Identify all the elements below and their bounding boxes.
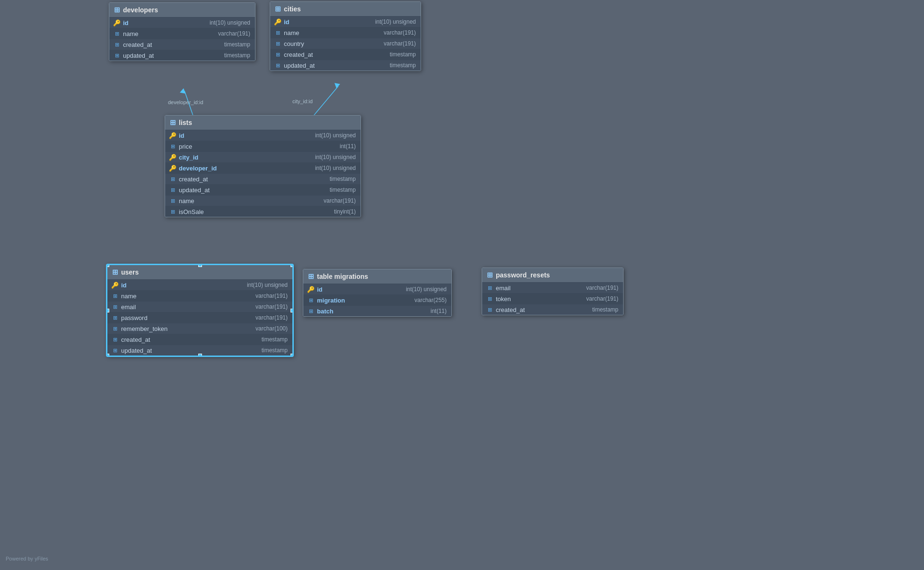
table-icon-migrations: ⊞	[308, 272, 314, 281]
table-row: ⊞ remember_token varchar(100)	[107, 323, 292, 334]
table-name-password-resets: password_resets	[496, 271, 550, 279]
table-name-developers: developers	[123, 6, 158, 14]
grid-icon: ⊞	[115, 53, 119, 59]
field-name: created_at	[179, 176, 208, 183]
grid-icon: ⊞	[309, 297, 313, 303]
field-name: isOnSale	[179, 208, 204, 215]
grid-icon: ⊞	[113, 337, 117, 343]
grid-icon: ⊞	[276, 41, 280, 47]
table-password-resets[interactable]: ⊞ password_resets ⊞ email varchar(191) ⊞…	[482, 267, 624, 315]
table-icon-password-resets: ⊞	[487, 271, 493, 279]
table-row: ⊞ created_at timestamp	[270, 49, 421, 60]
key-icon: 🔑	[169, 132, 176, 139]
field-name: batch	[317, 308, 334, 315]
field-type: timestamp	[330, 187, 356, 193]
table-row: ⊞ isOnSale tinyint(1)	[165, 206, 361, 217]
table-row: ⊞ updated_at timestamp	[165, 184, 361, 195]
field-name: created_at	[123, 41, 152, 48]
table-row: ⊞ token varchar(191)	[482, 293, 623, 304]
table-row: ⊞ created_at timestamp	[109, 39, 255, 50]
table-row: ⊞ migration varchar(255)	[303, 294, 451, 305]
powered-by: Powered by yFiles	[6, 556, 48, 561]
grid-icon: ⊞	[488, 285, 492, 291]
field-type: varchar(191)	[324, 197, 356, 204]
table-cities[interactable]: ⊞ cities 🔑 id int(10) unsigned ⊞ name va…	[270, 1, 421, 71]
key-icon: 🔑	[307, 286, 315, 293]
field-name: updated_at	[284, 62, 315, 69]
table-name-migrations: table migrations	[317, 273, 368, 280]
grid-icon: ⊞	[276, 62, 280, 69]
handle-tm	[198, 264, 202, 267]
field-name: name	[121, 293, 137, 300]
table-icon-cities: ⊞	[275, 5, 281, 13]
table-icon-users: ⊞	[112, 268, 118, 276]
table-row: 🔑 id int(10) unsigned	[303, 284, 451, 294]
handle-bl	[106, 354, 109, 356]
field-name: created_at	[496, 306, 525, 313]
table-row: ⊞ created_at timestamp	[482, 304, 623, 315]
table-icon-developers: ⊞	[114, 6, 120, 14]
field-name: price	[179, 143, 192, 150]
table-row: ⊞ batch int(11)	[303, 305, 451, 316]
grid-icon: ⊞	[113, 315, 117, 321]
table-row: ⊞ name varchar(191)	[109, 28, 255, 39]
table-row: 🔑 developer_id int(10) unsigned	[165, 162, 361, 173]
grid-icon: ⊞	[171, 143, 175, 150]
grid-icon: ⊞	[113, 347, 117, 354]
field-name: created_at	[284, 51, 313, 58]
field-name: developer_id	[179, 165, 217, 172]
field-name: email	[121, 303, 136, 311]
table-row: ⊞ updated_at timestamp	[109, 50, 255, 61]
table-row: ⊞ price int(11)	[165, 141, 361, 151]
table-row: ⊞ updated_at timestamp	[270, 60, 421, 71]
grid-icon: ⊞	[488, 296, 492, 302]
field-type: int(10) unsigned	[315, 165, 356, 171]
table-row: 🔑 city_id int(10) unsigned	[165, 151, 361, 162]
table-users[interactable]: ⊞ users 🔑 id int(10) unsigned ⊞ name var…	[106, 264, 293, 356]
table-developers[interactable]: ⊞ developers 🔑 id int(10) unsigned ⊞ nam…	[109, 2, 255, 61]
key-icon: 🔑	[113, 19, 121, 27]
table-header-migrations: ⊞ table migrations	[303, 269, 451, 284]
field-type: varchar(191)	[384, 40, 416, 47]
field-type: varchar(191)	[586, 295, 618, 302]
handle-bm	[198, 354, 202, 356]
grid-icon: ⊞	[113, 293, 117, 299]
field-type: int(11)	[431, 308, 447, 314]
field-name: token	[496, 295, 511, 303]
field-type: timestamp	[262, 347, 288, 354]
field-type: varchar(191)	[384, 29, 416, 36]
handle-tl	[106, 264, 109, 267]
field-type: timestamp	[390, 62, 416, 69]
field-name: created_at	[121, 336, 150, 343]
key-icon: 🔑	[169, 165, 176, 172]
table-name-users: users	[121, 268, 139, 276]
field-name: name	[284, 29, 299, 36]
grid-icon: ⊞	[171, 187, 175, 193]
handle-ml	[106, 309, 109, 312]
handle-mr	[290, 309, 293, 312]
table-row: ⊞ country varchar(191)	[270, 38, 421, 49]
grid-icon: ⊞	[276, 30, 280, 36]
arrow-label-developer: developer_id:id	[168, 99, 203, 105]
table-migrations[interactable]: ⊞ table migrations 🔑 id int(10) unsigned…	[303, 269, 452, 317]
field-type: int(11)	[340, 143, 356, 150]
field-name: id	[317, 286, 323, 293]
field-type: timestamp	[390, 51, 416, 58]
handle-tr	[290, 264, 293, 267]
field-name: email	[496, 285, 510, 292]
field-name: id	[121, 282, 127, 289]
field-type: timestamp	[262, 336, 288, 343]
field-type: int(10) unsigned	[247, 282, 288, 288]
table-name-cities: cities	[284, 5, 301, 13]
field-name: name	[123, 30, 139, 37]
field-name: updated_at	[121, 347, 152, 354]
field-name: updated_at	[179, 187, 210, 194]
grid-icon: ⊞	[309, 308, 313, 314]
grid-icon: ⊞	[171, 198, 175, 204]
grid-icon: ⊞	[113, 304, 117, 310]
table-lists[interactable]: ⊞ lists 🔑 id int(10) unsigned ⊞ price in…	[165, 115, 361, 217]
table-row: ⊞ email varchar(191)	[107, 301, 292, 312]
key-icon: 🔑	[111, 282, 119, 289]
field-type: timestamp	[224, 41, 250, 48]
field-type: varchar(100)	[255, 325, 288, 332]
